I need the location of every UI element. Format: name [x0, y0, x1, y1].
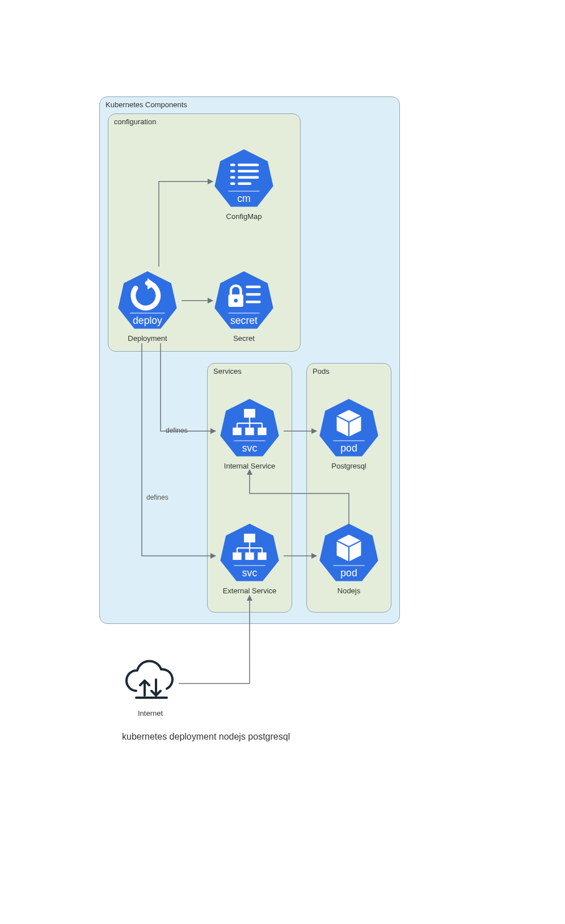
- node-label: Internet: [119, 709, 182, 718]
- node-internal-service: svc Internal Service: [218, 397, 281, 470]
- svg-rect-33: [244, 534, 255, 542]
- node-secret: secret Secret: [213, 269, 275, 343]
- node-configmap: cm ConfigMap: [213, 147, 275, 221]
- svg-point-16: [234, 299, 238, 303]
- heptagon-icon: cm: [213, 147, 275, 210]
- node-label: Internal Service: [218, 462, 281, 470]
- panel-label-outer: Kubernetes Components: [106, 100, 187, 109]
- heptagon-icon: svc: [218, 522, 281, 584]
- node-external-service: svc External Service: [218, 522, 281, 595]
- node-label: External Service: [218, 587, 281, 595]
- node-label: Deployment: [116, 334, 179, 343]
- svg-rect-30: [258, 428, 265, 434]
- badge-text: svc: [242, 442, 258, 454]
- heptagon-icon: svc: [218, 397, 281, 459]
- node-pod-postgresql: pod Postgresql: [318, 397, 380, 470]
- badge-text: secret: [230, 315, 258, 326]
- edge-label-defines-1: defines: [166, 427, 188, 434]
- svg-rect-40: [246, 553, 253, 559]
- diagram-caption: kubernetes deployment nodejs postgresql: [122, 732, 290, 742]
- heptagon-icon: deploy: [116, 269, 179, 332]
- node-label: Postgresql: [318, 462, 380, 470]
- svg-rect-41: [258, 553, 265, 559]
- heptagon-icon: pod: [318, 397, 380, 459]
- node-deployment: deploy Deployment: [116, 269, 179, 343]
- svg-rect-28: [233, 428, 241, 434]
- svg-rect-29: [246, 428, 253, 434]
- badge-text: deploy: [133, 315, 162, 326]
- badge-text: cm: [237, 193, 250, 204]
- node-label: ConfigMap: [213, 212, 275, 221]
- node-pod-nodejs: pod Nodejs: [318, 522, 380, 595]
- node-label: Nodejs: [318, 587, 380, 595]
- svg-rect-39: [233, 553, 241, 559]
- heptagon-icon: secret: [213, 269, 275, 332]
- heptagon-icon: pod: [318, 522, 380, 584]
- panel-label-configuration: configuration: [114, 117, 156, 126]
- diagram-canvas: Kubernetes Components configuration Serv…: [0, 0, 565, 924]
- panel-label-pods: Pods: [313, 367, 330, 375]
- cloud-icon: [119, 658, 182, 703]
- edge-label-defines-2: defines: [146, 493, 168, 501]
- panel-label-services: Services: [213, 367, 242, 375]
- node-internet: Internet: [119, 658, 182, 718]
- badge-text: svc: [242, 567, 258, 579]
- badge-text: pod: [340, 567, 357, 579]
- node-label: Secret: [213, 334, 275, 343]
- svg-rect-22: [244, 410, 255, 417]
- badge-text: pod: [340, 442, 357, 454]
